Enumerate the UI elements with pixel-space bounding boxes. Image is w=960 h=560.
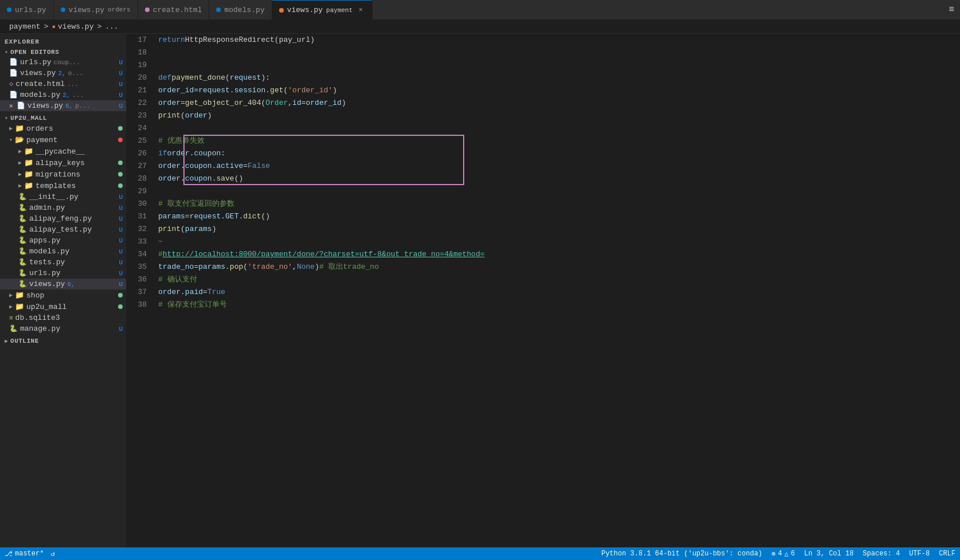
code-line-29: [158, 185, 955, 198]
code-editor[interactable]: 1718192021222324252627282930313233343536…: [126, 34, 960, 547]
tab-views-py-orders[interactable]: views.py orders: [54, 0, 138, 19]
folder-migrations[interactable]: ▶ 📁 migrations: [0, 169, 126, 180]
git-branch[interactable]: ⎇ master*: [5, 550, 44, 558]
folder-templates[interactable]: ▶ 📁 templates: [0, 180, 126, 191]
tab-label-views-orders: views.py: [69, 6, 104, 14]
indent-size[interactable]: Spaces: 4: [863, 550, 900, 558]
code-line-23: print(order): [158, 109, 955, 122]
folder-pycache-name: __pycache__: [36, 147, 85, 156]
warnings-num: 6: [791, 550, 795, 558]
open-editor-views-orders[interactable]: 📄 views.py 2, o... U: [0, 68, 126, 79]
file-views-payment-u: U: [119, 281, 123, 288]
folder-templates-name: templates: [36, 182, 76, 190]
file-icon-urls: 📄: [9, 58, 18, 66]
file-init[interactable]: 🐍 __init__.py U: [0, 191, 126, 202]
line-ending[interactable]: CRLF: [939, 550, 955, 558]
file-tests[interactable]: 🐍 tests.py U: [0, 257, 126, 268]
git-branch-label: master*: [15, 550, 44, 558]
chevron-payment: ▾: [9, 136, 13, 143]
code-line-17: return HttpResponseRedirect(pay_url): [158, 34, 955, 46]
errors-count[interactable]: ⊗ 4 △ 6: [771, 550, 795, 558]
file-manage[interactable]: 🐍 manage.py U: [0, 323, 126, 334]
open-editor-views-payment-badge: p...: [75, 103, 90, 109]
code-content: 1718192021222324252627282930313233343536…: [126, 34, 960, 547]
open-editor-create-html[interactable]: ◇ create.html ... U: [0, 79, 126, 89]
status-bar: ⎇ master* ↺ Python 3.8.1 64-bit ('up2u-b…: [0, 547, 960, 560]
file-db-sqlite[interactable]: ≡ db.sqlite3: [0, 312, 126, 323]
encoding-label: UTF-8: [909, 550, 930, 558]
folder-icon-orders: 📁: [15, 124, 24, 133]
file-views-payment[interactable]: 🐍 views.py 6, U: [0, 279, 126, 289]
file-encoding[interactable]: UTF-8: [909, 550, 930, 558]
file-icon-models-pay: 🐍: [18, 247, 27, 256]
chevron-project: ▾: [5, 115, 8, 122]
folder-payment[interactable]: ▾ 📂 payment: [0, 134, 126, 146]
file-models[interactable]: 🐍 models.py U: [0, 246, 126, 257]
file-alipay-test-u: U: [119, 226, 123, 233]
breadcrumb: payment > ● views.py > ...: [0, 20, 960, 34]
tab-urls-py[interactable]: urls.py: [0, 0, 54, 19]
code-line-32: print(params): [158, 223, 955, 236]
file-icon-views-orders: 📄: [9, 69, 18, 77]
file-alipay-feng[interactable]: 🐍 alipay_feng.py U: [0, 213, 126, 224]
open-editors-label: OPEN EDITORS: [10, 49, 59, 56]
breadcrumb-viewspy[interactable]: views.py: [58, 22, 93, 31]
file-views-payment-name: views.py: [29, 280, 65, 288]
open-editor-views-payment[interactable]: ✕ 📄 views.py 6, p... U: [0, 100, 126, 111]
code-line-20: def payment_done(request):: [158, 72, 955, 84]
open-editor-views-orders-u: U: [119, 70, 123, 77]
code-line-27: order.coupon.active = False: [158, 160, 955, 173]
tab-create-html[interactable]: create.html: [138, 0, 210, 19]
tab-icon-views-payment: [279, 8, 284, 13]
folder-alipay-keys[interactable]: ▶ 📁 alipay_keys: [0, 157, 126, 169]
folder-pycache[interactable]: ▶ 📁 __pycache__: [0, 146, 126, 157]
folder-payment-name: payment: [26, 136, 58, 144]
folder-icon-payment: 📂: [15, 135, 24, 144]
status-dot-alipay-keys: [118, 160, 123, 165]
open-editor-models[interactable]: 📄 models.py 2, ... U: [0, 89, 126, 100]
close-icon-views-payment[interactable]: ✕: [9, 102, 13, 109]
folder-up2u-mall-name: up2u_mall: [26, 303, 66, 311]
code-line-18: [158, 46, 955, 59]
warnings-icon: △: [785, 550, 789, 558]
file-alipay-test[interactable]: 🐍 alipay_test.py U: [0, 224, 126, 235]
breadcrumb-file-icon: ●: [52, 24, 56, 30]
folder-shop[interactable]: ▶ 📁 shop: [0, 289, 126, 301]
chevron-outline: ▶: [5, 338, 8, 344]
file-icon-db: ≡: [9, 315, 13, 322]
project-root[interactable]: ▾ UP2U_MALL: [0, 113, 126, 123]
file-admin[interactable]: 🐍 admin.py U: [0, 202, 126, 213]
code-line-24: [158, 122, 955, 135]
status-dot-payment: [118, 138, 123, 142]
cursor-position[interactable]: Ln 3, Col 18: [804, 550, 853, 558]
tab-close-button[interactable]: ×: [356, 6, 365, 15]
sync-icon: ↺: [50, 550, 54, 558]
code-line-25: # 优惠券失效: [158, 135, 955, 147]
sync-button[interactable]: ↺: [50, 550, 54, 558]
main-layout: EXPLORER ▾ OPEN EDITORS 📄 urls.py coup..…: [0, 34, 960, 547]
folder-up2u-mall[interactable]: ▶ 📁 up2u_mall: [0, 301, 126, 312]
tab-overflow-icon[interactable]: ≡: [943, 0, 960, 19]
code-lines[interactable]: return HttpResponseRedirect(pay_url) def…: [154, 34, 960, 547]
file-apps-name: apps.py: [29, 236, 61, 245]
file-alipay-test-name: alipay_test.py: [29, 225, 92, 234]
section-open-editors[interactable]: ▾ OPEN EDITORS: [0, 48, 126, 57]
file-urls[interactable]: 🐍 urls.py U: [0, 268, 126, 279]
breadcrumb-payment[interactable]: payment: [9, 22, 41, 31]
python-version[interactable]: Python 3.8.1 64-bit ('up2u-bbs': conda): [601, 550, 762, 558]
tab-views-py-payment[interactable]: views.py payment ×: [272, 0, 373, 19]
open-editor-urls[interactable]: 📄 urls.py coup... U: [0, 57, 126, 68]
open-editor-views-orders-num: 2,: [58, 70, 65, 77]
open-editor-views-payment-u: U: [119, 103, 123, 109]
folder-orders[interactable]: ▶ 📁 orders: [0, 123, 126, 134]
file-urls-u: U: [119, 270, 123, 277]
breadcrumb-ellipsis[interactable]: ...: [105, 22, 118, 31]
section-outline[interactable]: ▶ OUTLINE: [0, 336, 126, 346]
line-numbers: 1718192021222324252627282930313233343536…: [126, 34, 154, 547]
open-editor-models-num: 2,: [62, 92, 70, 99]
tab-label-models-py: models.py: [224, 6, 264, 14]
tab-models-py[interactable]: models.py: [209, 0, 272, 19]
tab-label-create-html: create.html: [153, 6, 202, 14]
file-apps[interactable]: 🐍 apps.py U: [0, 235, 126, 246]
file-manage-name: manage.py: [20, 324, 60, 333]
